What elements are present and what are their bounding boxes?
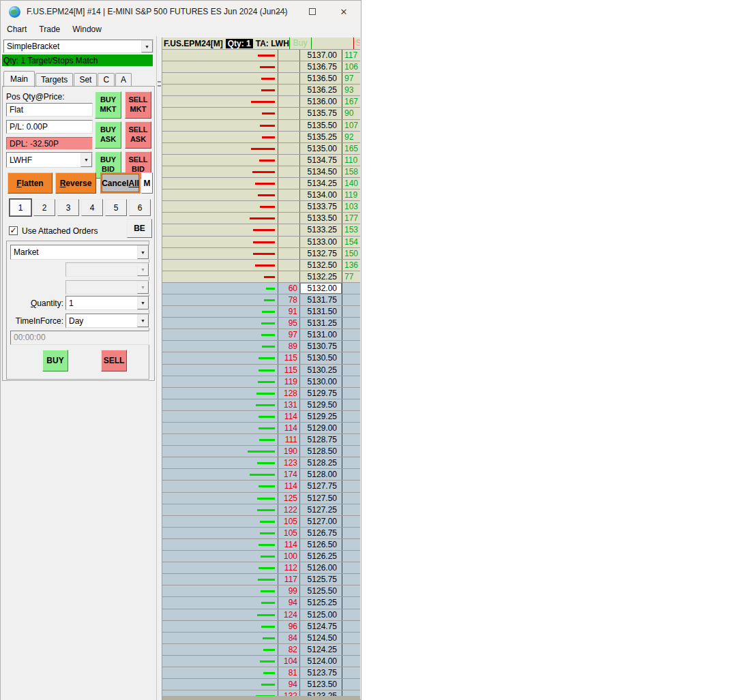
- ladder-row[interactable]: 105 5126.75: [162, 528, 360, 539]
- buy-qty-cell[interactable]: [278, 73, 299, 84]
- buy-qty-cell[interactable]: [278, 108, 299, 119]
- preset-button-5[interactable]: 5: [105, 199, 127, 216]
- sell-ask-button[interactable]: SELL ASK: [125, 121, 151, 149]
- ladder-row[interactable]: 5133.25 153: [162, 224, 360, 236]
- buy-qty-cell[interactable]: [278, 85, 299, 95]
- reverse-button[interactable]: Reverse: [55, 172, 96, 194]
- ladder-row[interactable]: 119 5130.00: [162, 376, 360, 388]
- buy-button[interactable]: BUY: [42, 350, 68, 371]
- sell-qty-cell[interactable]: [342, 539, 360, 550]
- sell-qty-cell[interactable]: 153: [342, 224, 360, 235]
- buy-qty-cell[interactable]: 84: [278, 633, 299, 643]
- buy-qty-cell[interactable]: 100: [278, 551, 299, 562]
- ladder-row[interactable]: 5135.25 92: [162, 132, 360, 143]
- ladder-row[interactable]: 125 5127.50: [162, 493, 360, 504]
- buy-qty-cell[interactable]: [278, 213, 299, 224]
- ladder-row[interactable]: 128 5129.75: [162, 388, 360, 399]
- cancel-all-button[interactable]: CancelAll: [102, 174, 139, 192]
- buy-qty-cell[interactable]: [278, 237, 299, 247]
- flatten-button[interactable]: Flatten: [8, 172, 53, 194]
- sell-qty-cell[interactable]: [342, 609, 360, 620]
- buy-qty-cell[interactable]: 131: [278, 399, 299, 410]
- ladder-row[interactable]: 131 5129.50: [162, 399, 360, 411]
- ladder-row[interactable]: 5135.75 90: [162, 108, 360, 119]
- buy-qty-cell[interactable]: [278, 166, 299, 177]
- preset-button-6[interactable]: 6: [129, 199, 151, 216]
- account-select[interactable]: LWHF ▼: [6, 152, 93, 168]
- buy-qty-cell[interactable]: [278, 61, 299, 72]
- ladder-row[interactable]: 95 5131.25: [162, 318, 360, 329]
- sell-qty-cell[interactable]: [342, 341, 360, 352]
- sell-qty-cell[interactable]: [342, 294, 360, 305]
- buy-qty-cell[interactable]: 99: [278, 585, 299, 596]
- sell-qty-cell[interactable]: [342, 493, 360, 504]
- close-button[interactable]: ✕: [328, 1, 359, 22]
- ladder-row[interactable]: 114 5129.00: [162, 423, 360, 434]
- buy-qty-cell[interactable]: 91: [278, 306, 299, 317]
- ladder-row[interactable]: 114 5126.50: [162, 539, 360, 551]
- sell-qty-cell[interactable]: [342, 562, 360, 573]
- ladder-row[interactable]: 5132.50 136: [162, 260, 360, 271]
- sell-qty-cell[interactable]: 177: [342, 213, 360, 224]
- ladder-row[interactable]: 5133.50 177: [162, 213, 360, 224]
- buy-qty-cell[interactable]: 117: [278, 574, 299, 585]
- ladder-row[interactable]: 5135.50 107: [162, 120, 360, 132]
- sell-qty-cell[interactable]: [342, 585, 360, 596]
- ladder-row[interactable]: 105 5127.00: [162, 516, 360, 528]
- sell-qty-cell[interactable]: 110: [342, 155, 360, 166]
- preset-button-4[interactable]: 4: [81, 199, 103, 216]
- buy-qty-cell[interactable]: [278, 271, 299, 282]
- ladder-row[interactable]: 5136.50 97: [162, 73, 360, 85]
- buy-qty-cell[interactable]: 128: [278, 388, 299, 399]
- preset-button-3[interactable]: 3: [57, 199, 79, 216]
- menu-chart[interactable]: Chart: [1, 25, 33, 34]
- chevron-down-icon[interactable]: ▼: [141, 40, 153, 52]
- chevron-down-icon[interactable]: ▼: [137, 296, 149, 309]
- use-attached-orders-checkbox[interactable]: ✓: [9, 226, 18, 235]
- ladder-row[interactable]: 5134.50 158: [162, 166, 360, 178]
- buy-qty-cell[interactable]: [278, 201, 299, 212]
- ladder-row[interactable]: 5136.00 167: [162, 96, 360, 108]
- menu-trade[interactable]: Trade: [33, 25, 66, 34]
- buy-qty-cell[interactable]: 89: [278, 341, 299, 352]
- tab-c[interactable]: C: [98, 73, 115, 87]
- buy-qty-cell[interactable]: [278, 120, 299, 131]
- ladder-row[interactable]: 5134.25 140: [162, 178, 360, 189]
- sell-mkt-button[interactable]: SELL MKT: [125, 91, 151, 119]
- sell-qty-cell[interactable]: 93: [342, 85, 360, 95]
- sell-qty-cell[interactable]: 167: [342, 96, 360, 107]
- sell-qty-cell[interactable]: [342, 329, 360, 340]
- ladder-row[interactable]: 5134.00 119: [162, 189, 360, 201]
- sell-qty-cell[interactable]: 107: [342, 120, 360, 131]
- tab-main[interactable]: Main: [3, 71, 35, 87]
- sell-qty-cell[interactable]: [342, 597, 360, 608]
- buy-qty-cell[interactable]: 78: [278, 294, 299, 305]
- sell-qty-cell[interactable]: [342, 457, 360, 468]
- ladder-row[interactable]: 123 5128.25: [162, 457, 360, 469]
- sell-qty-cell[interactable]: [342, 388, 360, 399]
- buy-qty-cell[interactable]: [278, 155, 299, 166]
- ladder-row[interactable]: 5133.75 103: [162, 201, 360, 213]
- chevron-down-icon[interactable]: ▼: [137, 245, 149, 259]
- preset-button-2[interactable]: 2: [33, 199, 55, 216]
- sell-qty-cell[interactable]: 106: [342, 61, 360, 72]
- ladder-row[interactable]: 104 5124.00: [162, 656, 360, 667]
- ladder-row[interactable]: 5136.25 93: [162, 85, 360, 96]
- buy-ask-button[interactable]: BUY ASK: [95, 121, 121, 149]
- chevron-down-icon[interactable]: ▼: [137, 314, 149, 327]
- ladder-row[interactable]: 94 5125.25: [162, 597, 360, 609]
- sell-qty-cell[interactable]: [342, 306, 360, 317]
- sell-qty-cell[interactable]: [342, 504, 360, 515]
- buy-qty-cell[interactable]: [278, 248, 299, 259]
- sell-qty-cell[interactable]: 140: [342, 178, 360, 189]
- sell-qty-cell[interactable]: 150: [342, 248, 360, 259]
- m-button[interactable]: M: [141, 172, 153, 194]
- ladder-row[interactable]: 114 5127.75: [162, 481, 360, 492]
- maximize-button[interactable]: [297, 1, 328, 22]
- buy-qty-cell[interactable]: 114: [278, 423, 299, 433]
- buy-qty-cell[interactable]: 124: [278, 609, 299, 620]
- ladder-row[interactable]: 5136.75 106: [162, 61, 360, 73]
- tab-a[interactable]: A: [115, 73, 132, 87]
- sell-qty-cell[interactable]: [342, 667, 360, 678]
- ladder-row[interactable]: 81 5123.75: [162, 667, 360, 679]
